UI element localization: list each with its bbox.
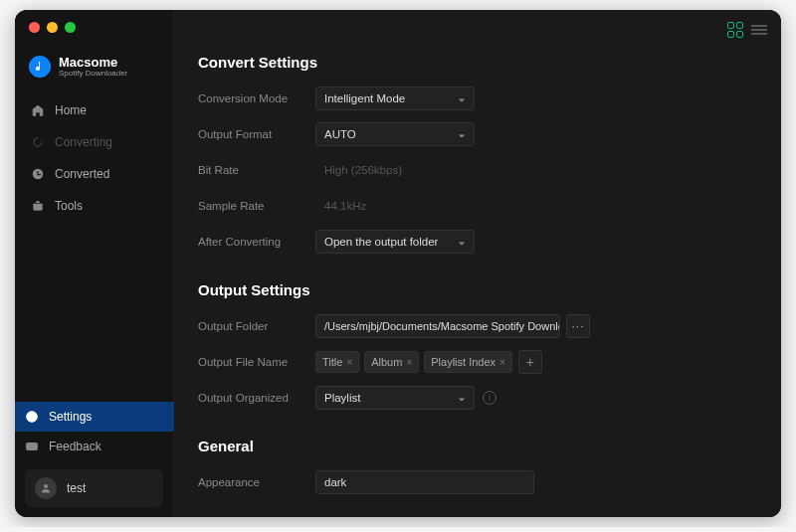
- minimize-window[interactable]: [47, 22, 58, 33]
- row-output-folder: Output Folder /Users/mjbj/Documents/Macs…: [198, 314, 757, 338]
- row-appearance: Appearance dark: [198, 470, 757, 494]
- info-icon[interactable]: i: [483, 391, 497, 405]
- remove-tag-icon[interactable]: ×: [406, 357, 412, 368]
- row-output-organized: Output Organized Playlist i: [198, 386, 757, 410]
- output-folder-input[interactable]: /Users/mjbj/Documents/Macsome Spotify Do…: [315, 314, 560, 338]
- avatar: [35, 477, 57, 499]
- output-format-select[interactable]: AUTO: [315, 122, 475, 146]
- tag-label: Album: [371, 356, 402, 368]
- select-value: dark: [324, 476, 346, 488]
- section-title: General: [198, 438, 757, 454]
- sidebar-item-settings[interactable]: Settings: [15, 402, 179, 432]
- row-label: Bit Rate: [198, 164, 315, 176]
- sidebar-item-home[interactable]: Home: [21, 95, 167, 125]
- row-label: After Converting: [198, 236, 315, 248]
- user-name: test: [67, 481, 86, 495]
- toolbox-icon: [31, 199, 45, 213]
- row-bit-rate: Bit Rate High (256kbps): [198, 158, 757, 182]
- select-value: Intelligent Mode: [324, 92, 405, 104]
- sidebar-item-label: Converting: [55, 135, 112, 149]
- appearance-select[interactable]: dark: [315, 470, 534, 494]
- sidebar-bottom: Settings Feedback test: [15, 402, 173, 517]
- row-label: Output Organized: [198, 392, 315, 404]
- chevron-down-icon: [458, 238, 466, 246]
- sidebar-item-tools[interactable]: Tools: [21, 191, 167, 221]
- remove-tag-icon[interactable]: ×: [346, 357, 352, 368]
- gear-icon: [25, 410, 39, 424]
- clock-icon: [31, 167, 45, 181]
- app-window: Macsome Spotify Downloader Home Converti…: [15, 10, 781, 517]
- mail-icon: [25, 440, 39, 453]
- select-value: Playlist: [324, 392, 360, 404]
- filename-tags: Title × Album × Playlist Index ×: [315, 351, 512, 373]
- brand-subtitle: Spotify Downloader: [59, 70, 127, 78]
- row-label: Output Folder: [198, 320, 315, 332]
- tag-label: Title: [322, 356, 342, 368]
- user-card[interactable]: test: [25, 469, 163, 507]
- row-conversion-mode: Conversion Mode Intelligent Mode: [198, 87, 757, 110]
- maximize-window[interactable]: [65, 22, 76, 33]
- row-output-filename: Output File Name Title × Album × Playlis…: [198, 350, 757, 374]
- sidebar-item-feedback[interactable]: Feedback: [15, 432, 173, 461]
- svg-point-2: [27, 412, 38, 423]
- tag-label: Playlist Index: [431, 356, 496, 368]
- sidebar-item-converted[interactable]: Converted: [21, 159, 167, 189]
- spinner-icon: [31, 135, 45, 149]
- select-value: Open the output folder: [324, 236, 438, 248]
- conversion-mode-select[interactable]: Intelligent Mode: [315, 87, 475, 110]
- sample-rate-select: 44.1kHz: [315, 194, 475, 218]
- row-label: Output File Name: [198, 356, 315, 368]
- bit-rate-select: High (256kbps): [315, 158, 475, 182]
- close-window[interactable]: [29, 22, 40, 33]
- chevron-down-icon: [458, 94, 466, 102]
- output-settings-section: Output Settings Output Folder /Users/mjb…: [198, 281, 757, 410]
- row-label: Conversion Mode: [198, 92, 315, 104]
- row-output-format: Output Format AUTO: [198, 122, 757, 146]
- remove-tag-icon[interactable]: ×: [499, 357, 505, 368]
- tag-album[interactable]: Album ×: [364, 351, 419, 373]
- sidebar-nav: Home Converting Converted Tools: [15, 95, 173, 221]
- select-value: 44.1kHz: [324, 200, 366, 212]
- convert-settings-section: Convert Settings Conversion Mode Intelli…: [198, 54, 757, 254]
- section-title: Convert Settings: [198, 54, 757, 71]
- brand: Macsome Spotify Downloader: [15, 48, 173, 95]
- select-value: AUTO: [324, 128, 356, 140]
- grid-view-icon[interactable]: [727, 22, 743, 38]
- general-section: General Appearance dark: [198, 438, 757, 494]
- window-controls: [29, 22, 76, 33]
- tag-title[interactable]: Title ×: [315, 351, 359, 373]
- input-value: /Users/mjbj/Documents/Macsome Spotify Do…: [324, 320, 560, 332]
- sidebar-item-label: Home: [55, 103, 87, 117]
- add-tag-button[interactable]: +: [518, 350, 542, 374]
- brand-logo-icon: [29, 56, 51, 78]
- sidebar-item-label: Tools: [55, 199, 83, 213]
- chevron-down-icon: [458, 394, 466, 402]
- sidebar-item-label: Settings: [49, 410, 92, 424]
- browse-button[interactable]: ···: [566, 314, 590, 338]
- row-after-converting: After Converting Open the output folder: [198, 230, 757, 254]
- ellipsis-icon: ···: [571, 319, 584, 333]
- hamburger-menu-icon[interactable]: [751, 22, 767, 38]
- sidebar-item-label: Feedback: [49, 440, 101, 453]
- output-organized-select[interactable]: Playlist: [315, 386, 475, 410]
- chevron-down-icon: [458, 130, 466, 138]
- sidebar-item-converting[interactable]: Converting: [21, 127, 167, 157]
- row-sample-rate: Sample Rate 44.1kHz: [198, 194, 757, 218]
- main-content: Convert Settings Conversion Mode Intelli…: [174, 10, 781, 517]
- tag-playlist-index[interactable]: Playlist Index ×: [424, 351, 512, 373]
- row-label: Output Format: [198, 128, 315, 140]
- sidebar-item-label: Converted: [55, 167, 109, 181]
- brand-name: Macsome: [59, 56, 127, 69]
- after-converting-select[interactable]: Open the output folder: [315, 230, 475, 254]
- select-value: High (256kbps): [324, 164, 402, 176]
- plus-icon: +: [526, 354, 534, 370]
- header-right-icons: [727, 22, 767, 38]
- section-title: Output Settings: [198, 281, 757, 298]
- home-icon: [31, 103, 45, 117]
- row-label: Sample Rate: [198, 200, 315, 212]
- svg-point-4: [44, 484, 48, 488]
- sidebar: Macsome Spotify Downloader Home Converti…: [15, 10, 174, 517]
- row-label: Appearance: [198, 476, 315, 488]
